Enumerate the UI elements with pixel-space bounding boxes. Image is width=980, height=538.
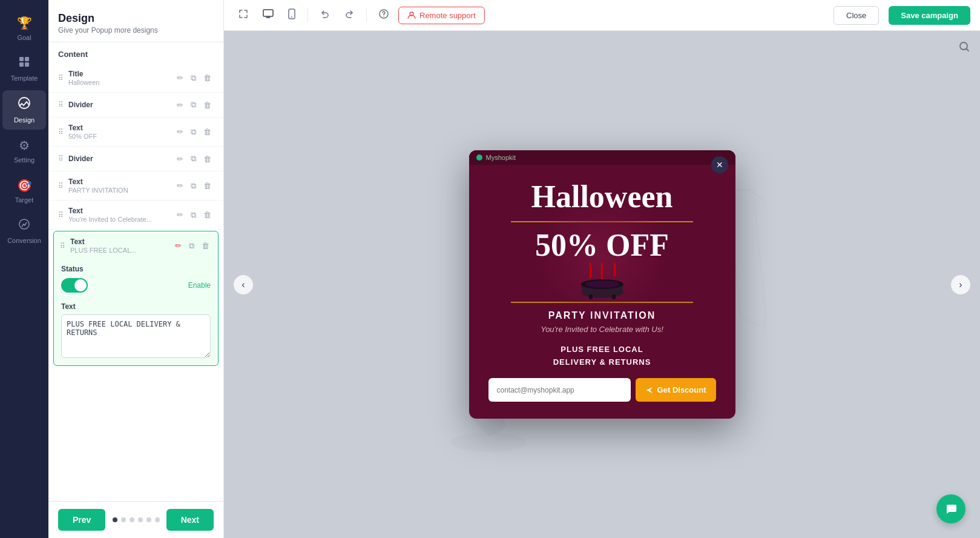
copy-text-discount-btn[interactable]: ⧉ — [188, 126, 199, 138]
text-area-input[interactable]: PLUS FREE LOCAL DELIVERY & RETURNS — [61, 314, 211, 358]
list-item-title[interactable]: ⠿ Title Halloween ✏ ⧉ 🗑 — [48, 64, 223, 93]
svg-rect-19 — [589, 294, 593, 299]
cta-label: Get Discount — [657, 385, 706, 394]
item-info-text-discount: Text 50% OFF — [68, 124, 169, 140]
item-actions-text-discount: ✏ ⧉ 🗑 — [174, 126, 214, 138]
design-icon — [18, 96, 31, 113]
save-campaign-btn[interactable]: Save campaign — [889, 6, 970, 25]
sidebar-item-design[interactable]: Design — [2, 90, 46, 130]
main-area: Remote support Close Save campaign ‹ — [224, 0, 980, 538]
chat-icon — [944, 502, 958, 516]
dot-6 — [155, 517, 160, 522]
toggle-text: Enable — [188, 281, 211, 290]
delete-free-delivery-btn[interactable]: 🗑 — [199, 240, 212, 252]
goal-icon: 🏆 — [17, 16, 32, 30]
list-item-invited[interactable]: ⠿ Text You're Invited to Celebrate... ✏ … — [48, 201, 223, 230]
popup-cta-btn[interactable]: Get Discount — [636, 378, 716, 402]
popup-email-input[interactable] — [488, 378, 631, 402]
list-item-divider2[interactable]: ⠿ Divider ✏ ⧉ 🗑 — [48, 147, 223, 171]
popup-close-btn[interactable]: ✕ — [711, 156, 728, 173]
delete-party-btn[interactable]: 🗑 — [201, 180, 214, 192]
sidebar-item-template[interactable]: Template — [2, 50, 46, 88]
delete-divider2-btn[interactable]: 🗑 — [201, 153, 214, 165]
sidebar-item-design-label: Design — [14, 116, 35, 124]
popup-divider-top — [511, 221, 693, 222]
edit-free-delivery-btn[interactable]: ✏ — [173, 240, 184, 252]
edit-title-btn[interactable]: ✏ — [174, 72, 186, 84]
status-toggle[interactable] — [61, 278, 88, 293]
pagination-dots — [113, 517, 160, 522]
panel-subtitle: Give your Popup more designs — [58, 26, 214, 35]
drag-handle-title: ⠿ — [58, 74, 64, 82]
item-type-title: Title — [68, 70, 169, 78]
svg-rect-20 — [612, 294, 616, 299]
copy-divider2-btn[interactable]: ⧉ — [188, 153, 199, 165]
item-info-free-delivery: Text PLUS FREE LOCAL... — [70, 237, 168, 254]
list-item-divider1[interactable]: ⠿ Divider ✏ ⧉ 🗑 — [48, 93, 223, 118]
delete-invited-btn[interactable]: 🗑 — [201, 209, 214, 221]
item-type-invited: Text — [68, 207, 169, 215]
delete-text-discount-btn[interactable]: 🗑 — [201, 126, 214, 138]
text-section: Text PLUS FREE LOCAL DELIVERY & RETURNS — [54, 297, 218, 365]
svg-rect-6 — [263, 10, 273, 16]
item-type-free-delivery: Text — [70, 237, 168, 246]
edit-divider1-btn[interactable]: ✏ — [174, 99, 186, 111]
drag-handle-divider2: ⠿ — [58, 154, 64, 163]
copy-invited-btn[interactable]: ⧉ — [188, 209, 199, 221]
canvas-next-arrow[interactable]: › — [951, 275, 970, 294]
list-item-text-discount[interactable]: ⠿ Text 50% OFF ✏ ⧉ 🗑 — [48, 118, 223, 147]
text-field-label: Text — [61, 302, 211, 311]
mobile-view-btn[interactable] — [283, 5, 300, 25]
list-item-party[interactable]: ⠿ Text PARTY INVITATION ✏ ⧉ 🗑 — [48, 171, 223, 201]
delete-divider1-btn[interactable]: 🗑 — [201, 99, 214, 111]
popup-title: Halloween — [488, 179, 716, 214]
prev-button[interactable]: Prev — [58, 509, 105, 531]
edit-party-btn[interactable]: ✏ — [174, 180, 186, 192]
toolbar: Remote support Close Save campaign — [224, 0, 980, 31]
content-list: ⠿ Title Halloween ✏ ⧉ 🗑 ⠿ Divider ✏ ⧉ 🗑 — [48, 64, 223, 501]
copy-free-delivery-btn[interactable]: ⧉ — [186, 240, 197, 252]
panel-title: Design — [58, 12, 214, 25]
desktop-view-btn[interactable] — [258, 5, 278, 25]
toggle-row: Enable — [61, 278, 211, 293]
sidebar-item-conversion-label: Conversion — [7, 237, 41, 244]
redo-btn[interactable] — [340, 5, 359, 25]
item-info-divider2: Divider — [68, 154, 169, 163]
sidebar-item-goal[interactable]: 🏆 Goal — [2, 10, 46, 47]
sidebar-item-target[interactable]: 🎯 Target — [2, 172, 46, 210]
panel-footer: Prev Next — [48, 501, 223, 538]
copy-title-btn[interactable]: ⧉ — [188, 72, 199, 84]
close-btn[interactable]: Close — [834, 6, 879, 25]
chat-btn[interactable] — [936, 494, 965, 523]
edit-invited-btn[interactable]: ✏ — [174, 209, 186, 221]
conversion-icon — [18, 218, 30, 233]
popup-content: Halloween 50% OFF — [469, 165, 735, 419]
setting-icon: ⚙ — [19, 138, 30, 153]
sidebar-item-target-label: Target — [15, 196, 34, 204]
svg-point-10 — [383, 16, 384, 17]
copy-divider1-btn[interactable]: ⧉ — [188, 99, 199, 111]
toolbar-divider1 — [307, 8, 308, 22]
canvas-search-icon[interactable] — [958, 41, 970, 56]
sidebar-item-conversion[interactable]: Conversion — [2, 212, 46, 250]
canvas-prev-arrow[interactable]: ‹ — [234, 275, 253, 294]
next-button[interactable]: Next — [166, 509, 214, 531]
item-actions-title: ✏ ⧉ 🗑 — [174, 72, 214, 84]
item-type-party: Text — [68, 178, 169, 186]
sidebar-item-setting[interactable]: ⚙ Setting — [2, 132, 46, 170]
edit-text-discount-btn[interactable]: ✏ — [174, 126, 186, 138]
popup-subtitle: You're Invited to Celebrate with Us! — [488, 325, 716, 334]
remote-support-btn[interactable]: Remote support — [398, 7, 485, 24]
fullscreen-btn[interactable] — [234, 5, 253, 25]
svg-rect-3 — [25, 62, 29, 67]
delete-title-btn[interactable]: 🗑 — [201, 72, 214, 84]
panel-header: Design Give your Popup more designs — [48, 0, 223, 42]
help-btn[interactable] — [374, 5, 393, 25]
undo-btn[interactable] — [315, 5, 335, 25]
copy-party-btn[interactable]: ⧉ — [188, 180, 199, 192]
edit-divider2-btn[interactable]: ✏ — [174, 153, 186, 165]
drag-handle-invited: ⠿ — [58, 211, 64, 219]
dot-2 — [121, 517, 126, 522]
item-info-party: Text PARTY INVITATION — [68, 178, 169, 194]
popup-brand-name: Myshopkit — [486, 154, 516, 161]
